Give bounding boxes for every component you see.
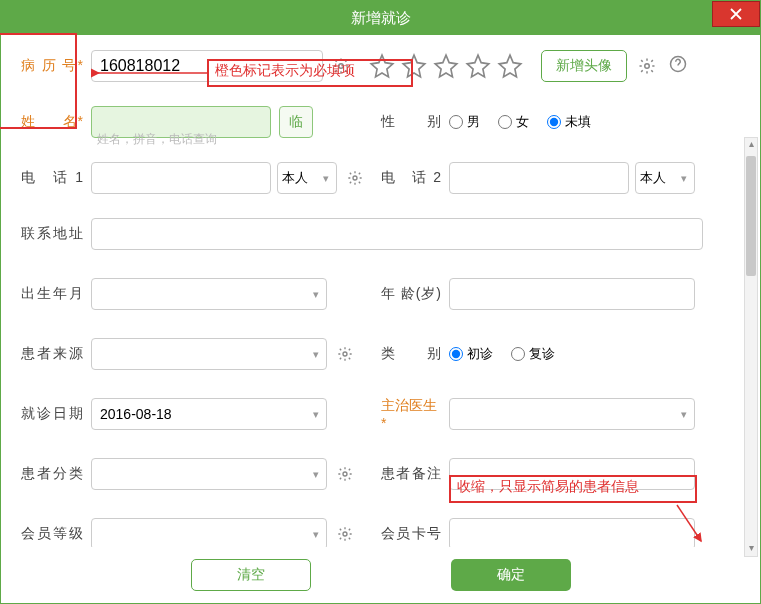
ok-button[interactable]: 确定 <box>451 559 571 591</box>
star-icon[interactable] <box>465 53 491 79</box>
label-age: 年 龄(岁) <box>381 285 449 303</box>
svg-point-1 <box>339 64 344 69</box>
record-no-input[interactable] <box>91 50 323 82</box>
close-icon <box>730 8 742 20</box>
svg-point-7 <box>343 532 347 536</box>
radio-return-visit[interactable]: 复诊 <box>511 345 555 363</box>
scrollbar-thumb[interactable] <box>746 156 756 276</box>
svg-point-2 <box>645 64 650 69</box>
label-type: 类 别 <box>381 345 449 363</box>
label-member-level: 会员等级 <box>21 525 91 543</box>
radio-female[interactable]: 女 <box>498 113 529 131</box>
visit-type-radio-group: 初诊 复诊 <box>449 345 555 363</box>
scroll-up-icon[interactable]: ▴ <box>745 138 757 152</box>
lin-button[interactable]: 临 <box>279 106 313 138</box>
phone1-relation-select[interactable] <box>277 162 337 194</box>
name-hint: 姓名，拼音，电话查询 <box>97 131 217 148</box>
address-input[interactable] <box>91 218 703 250</box>
gear-icon[interactable] <box>637 56 657 76</box>
label-visit-date: 就诊日期 <box>21 405 91 423</box>
phone2-input[interactable] <box>449 162 629 194</box>
close-button[interactable] <box>712 1 760 27</box>
scrollbar[interactable]: ▴ ▾ <box>744 137 758 557</box>
remark-input[interactable] <box>449 458 695 490</box>
label-gender: 性 别 <box>381 113 449 131</box>
star-icon[interactable] <box>369 53 395 79</box>
label-phone1: 电 话 1 <box>21 169 91 187</box>
phone2-relation-select[interactable] <box>635 162 695 194</box>
label-remark: 患者备注 <box>381 465 449 483</box>
label-address: 联系地址 <box>21 225 91 243</box>
label-source: 患者来源 <box>21 345 91 363</box>
gear-icon[interactable] <box>335 524 355 544</box>
star-icon[interactable] <box>497 53 523 79</box>
scroll-area: 电 话 1 ▾ 电 话 2 ▾ 联系地址 出生年月 <box>21 161 740 591</box>
help-icon[interactable] <box>669 55 687 78</box>
label-name: 姓 名* <box>21 113 91 131</box>
row-phone: 电 话 1 ▾ 电 话 2 ▾ <box>21 161 740 195</box>
radio-male[interactable]: 男 <box>449 113 480 131</box>
doctor-select[interactable] <box>449 398 695 430</box>
row-source: 患者来源 ▾ 类 别 初诊 复诊 <box>21 337 740 371</box>
gender-radio-group: 男 女 未填 <box>449 113 591 131</box>
gear-icon[interactable] <box>335 344 355 364</box>
row-address: 联系地址 <box>21 217 740 251</box>
titlebar: 新增就诊 <box>1 1 760 35</box>
svg-point-6 <box>343 472 347 476</box>
footer: 清空 确定 <box>1 547 760 603</box>
star-icon[interactable] <box>433 53 459 79</box>
member-level-select[interactable] <box>91 518 327 550</box>
row-class: 患者分类 ▾ 患者备注 <box>21 457 740 491</box>
gear-icon[interactable] <box>335 464 355 484</box>
scroll-down-icon[interactable]: ▾ <box>745 542 757 556</box>
label-birth: 出生年月 <box>21 285 91 303</box>
visit-date-input[interactable] <box>91 398 327 430</box>
content-area: 橙色标记表示为必填项 病 历 号* 新增头像 <box>1 35 760 603</box>
add-avatar-button[interactable]: 新增头像 <box>541 50 627 82</box>
label-record-no: 病 历 号* <box>21 57 91 75</box>
star-icon[interactable] <box>401 53 427 79</box>
class-select[interactable] <box>91 458 327 490</box>
source-select[interactable] <box>91 338 327 370</box>
row-visit: 就诊日期 ▾ 主治医生* ▾ <box>21 397 740 431</box>
radio-unset[interactable]: 未填 <box>547 113 591 131</box>
birth-input[interactable] <box>91 278 327 310</box>
phone1-input[interactable] <box>91 162 271 194</box>
svg-point-5 <box>343 352 347 356</box>
dialog-window: 新增就诊 橙色标记表示为必填项 病 历 号* 新增头像 <box>0 0 761 604</box>
row-record-no: 病 历 号* 新增头像 <box>21 49 740 83</box>
rating-stars <box>369 53 523 79</box>
gear-icon[interactable] <box>331 56 351 76</box>
row-member: 会员等级 ▾ 会员卡号 <box>21 517 740 551</box>
radio-first-visit[interactable]: 初诊 <box>449 345 493 363</box>
svg-point-4 <box>353 176 357 180</box>
label-doctor: 主治医生* <box>381 397 449 431</box>
age-input[interactable] <box>449 278 695 310</box>
clear-button[interactable]: 清空 <box>191 559 311 591</box>
member-card-input[interactable] <box>449 518 695 550</box>
dialog-title: 新增就诊 <box>351 9 411 28</box>
gear-icon[interactable] <box>345 168 365 188</box>
label-class: 患者分类 <box>21 465 91 483</box>
label-phone2: 电 话 2 <box>381 169 449 187</box>
label-member-card: 会员卡号 <box>381 525 449 543</box>
row-birth: 出生年月 ▾ 年 龄(岁) <box>21 277 740 311</box>
